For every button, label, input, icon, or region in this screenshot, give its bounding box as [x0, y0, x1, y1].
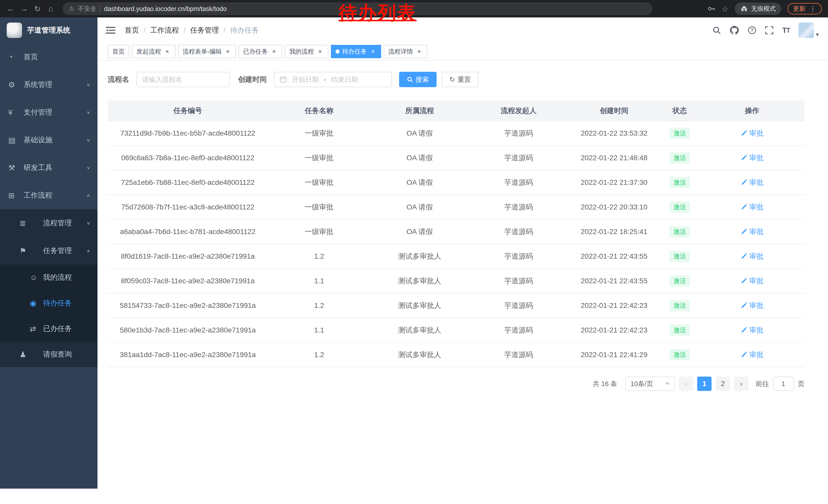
process-cell: 测试多审批人: [370, 244, 469, 269]
sidebar-item-6[interactable]: ≣流程管理∨: [0, 209, 97, 237]
tab-label: 我的流程: [289, 47, 314, 56]
approve-link[interactable]: 审批: [741, 153, 763, 163]
key-icon[interactable]: [707, 5, 715, 13]
sidebar-item-11[interactable]: ♟请假查询: [0, 341, 97, 367]
page-size-select[interactable]: 10条/页: [625, 377, 675, 391]
initiator-cell: 芋道源码: [469, 146, 569, 170]
approve-link[interactable]: 审批: [741, 325, 763, 335]
back-icon[interactable]: ←: [4, 2, 17, 15]
sidebar-item-4[interactable]: ⚒研发工具∨: [0, 154, 97, 182]
status-badge: 激活: [669, 226, 690, 237]
sidebar-item-5[interactable]: ⊞工作流程∧: [0, 182, 97, 209]
task-name-cell: 一级审批: [268, 220, 370, 244]
approve-link[interactable]: 审批: [741, 350, 763, 360]
sidebar-item-label: 工作流程: [24, 190, 86, 200]
sidebar-item-10[interactable]: ⇄已办任务: [0, 316, 97, 341]
task-name-cell: 1.2: [268, 342, 370, 367]
logo-row[interactable]: 芋道管理系统: [0, 17, 97, 43]
approve-link[interactable]: 审批: [741, 178, 763, 187]
close-icon[interactable]: ×: [369, 48, 377, 55]
close-icon[interactable]: ×: [164, 48, 171, 55]
edit-icon: [741, 154, 747, 161]
breadcrumb-task-manage[interactable]: 任务管理: [190, 26, 219, 35]
done-task-icon: ⇄: [30, 324, 42, 333]
process-name-input[interactable]: [136, 72, 230, 87]
fullscreen-icon[interactable]: [765, 26, 773, 34]
date-range-picker[interactable]: 开始日期 - 结束日期: [274, 72, 392, 87]
refresh-icon[interactable]: ↻: [31, 2, 44, 15]
main-area: 首页 / 工作流程 / 任务管理 / 待办任务 ?: [97, 17, 828, 489]
tab-1[interactable]: 发起流程×: [132, 45, 175, 58]
devtools-icon: ⚒: [8, 163, 20, 172]
close-icon[interactable]: ×: [271, 48, 278, 55]
font-size-icon[interactable]: TT: [782, 26, 790, 35]
goto-page-input[interactable]: [773, 377, 794, 391]
breadcrumb-home[interactable]: 首页: [125, 26, 139, 35]
approve-link[interactable]: 审批: [741, 202, 763, 212]
page-1-button[interactable]: 1: [697, 377, 711, 391]
update-button[interactable]: 更新 ⋮: [787, 3, 822, 14]
sidebar-item-9[interactable]: ◉待办任务: [0, 290, 97, 316]
task-id-cell: 75d72608-7b7f-11ec-a3c8-acde48001122: [108, 195, 268, 220]
end-date-placeholder[interactable]: 结束日期: [331, 75, 358, 84]
search-button[interactable]: 搜索: [399, 72, 437, 87]
forward-icon[interactable]: →: [17, 2, 31, 15]
tab-0[interactable]: 首页: [108, 45, 129, 58]
status-badge: 激活: [669, 275, 690, 286]
approve-link[interactable]: 审批: [741, 129, 763, 138]
approve-link[interactable]: 审批: [741, 251, 763, 261]
sidebar-item-label: 我的流程: [43, 273, 90, 282]
approve-link[interactable]: 审批: [741, 276, 763, 286]
page-2-button[interactable]: 2: [716, 377, 730, 391]
sidebar-item-label: 系统管理: [24, 80, 86, 89]
approve-link[interactable]: 审批: [741, 227, 763, 237]
tab-3[interactable]: 已办任务×: [239, 45, 282, 58]
sidebar-item-8[interactable]: ☺我的流程: [0, 265, 97, 290]
menu-dots-icon[interactable]: ⋮: [810, 5, 816, 13]
prev-page-button[interactable]: ‹: [679, 377, 693, 391]
approve-link[interactable]: 审批: [741, 301, 763, 311]
breadcrumb-workflow[interactable]: 工作流程: [150, 26, 179, 35]
sidebar-item-2[interactable]: ¥支付管理∨: [0, 98, 97, 126]
tab-5[interactable]: 待办任务×: [331, 45, 381, 58]
reset-button-label: 重置: [458, 75, 471, 84]
user-menu[interactable]: ▾: [798, 22, 819, 38]
collapse-sidebar-icon[interactable]: [106, 26, 115, 34]
initiator-cell: 芋道源码: [469, 342, 569, 367]
next-page-button[interactable]: ›: [734, 377, 748, 391]
process-cell: 测试多审批人: [370, 342, 469, 367]
status-cell: 激活: [660, 121, 700, 146]
sidebar-item-0[interactable]: ◔首页: [0, 43, 97, 71]
tab-label: 待办任务: [342, 47, 367, 56]
table-row: 8f0d1619-7ac8-11ec-a9e2-a2380e71991a1.2测…: [108, 244, 804, 269]
infrastructure-icon: ▤: [8, 136, 20, 145]
close-icon[interactable]: ×: [317, 48, 324, 55]
bookmark-star-icon[interactable]: ☆: [721, 4, 729, 13]
tab-6[interactable]: 流程详情×: [384, 45, 427, 58]
search-icon[interactable]: [712, 26, 721, 35]
start-date-placeholder[interactable]: 开始日期: [292, 75, 319, 84]
tab-4[interactable]: 我的流程×: [285, 45, 328, 58]
close-icon[interactable]: ×: [224, 48, 232, 55]
sidebar-item-3[interactable]: ▤基础设施∨: [0, 126, 97, 154]
edit-icon: [741, 228, 747, 235]
tab-2[interactable]: 流程表单-编辑×: [178, 45, 236, 58]
sidebar-item-7[interactable]: ⚑任务管理∧: [0, 237, 97, 265]
task-id-cell: 725a1eb6-7b88-11ec-8ef0-acde48001122: [108, 170, 268, 195]
github-icon[interactable]: [730, 26, 739, 35]
update-label[interactable]: 更新: [793, 5, 805, 13]
avatar[interactable]: [798, 22, 814, 38]
home-icon[interactable]: ⌂: [44, 2, 57, 15]
action-cell: 审批: [700, 244, 804, 269]
security-label[interactable]: 不安全: [78, 5, 96, 13]
refresh-icon: ↻: [449, 76, 455, 84]
sidebar-item-1[interactable]: ⚙系统管理∨: [0, 71, 97, 98]
reset-button[interactable]: ↻ 重置: [442, 72, 479, 87]
my-process-icon: ☺: [30, 273, 42, 282]
chevron-down-icon: ∨: [86, 110, 90, 114]
help-icon[interactable]: ?: [748, 26, 756, 35]
status-cell: 激活: [660, 342, 700, 367]
close-icon[interactable]: ×: [416, 48, 423, 55]
task-id-cell: 8f0d1619-7ac8-11ec-a9e2-a2380e71991a: [108, 244, 268, 269]
url-text[interactable]: dashboard.yudao.iocoder.cn/bpm/task/todo: [104, 5, 227, 12]
